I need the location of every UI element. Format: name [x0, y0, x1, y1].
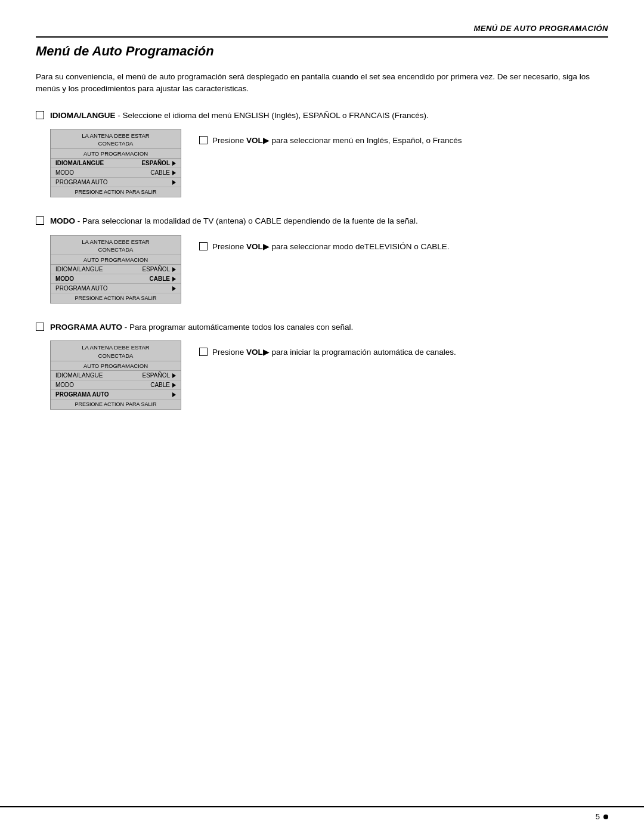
section-programa-label-text: - Para programar automáticamente todos l…: [122, 323, 353, 332]
desc-checkbox-idioma: [199, 136, 208, 144]
row-right-idioma-2: CABLE: [150, 169, 176, 176]
section-programa-content: LA ANTENA DEBE ESTAR CONECTADA AUTO PROG…: [50, 340, 608, 410]
section-idioma: IDIOMA/LANGUE - Seleccione el idioma del…: [36, 110, 608, 198]
row-left-modo-3: PROGRAMA AUTO: [55, 285, 108, 292]
desc-item-idioma: Presione VOL▶ para seleccionar menú en I…: [199, 135, 608, 147]
section-idioma-header: IDIOMA/LANGUE - Seleccione el idioma del…: [36, 110, 608, 122]
row-left-idioma-2: MODO: [55, 169, 74, 176]
checkbox-modo: [36, 216, 44, 225]
row-right-idioma-1: ESPAÑOL: [141, 160, 176, 166]
arrow-programa-2: [172, 383, 176, 388]
menu-row-modo-2: MODO CABLE: [51, 274, 181, 284]
arrow-modo-3: [172, 286, 176, 291]
menu-row-modo-3: PROGRAMA AUTO: [51, 284, 181, 293]
vol-bold-modo: VOL: [246, 242, 263, 251]
menu-subheader-programa: AUTO PROGRAMACION: [51, 361, 181, 371]
menu-programa-line1: LA ANTENA DEBE ESTAR: [54, 343, 177, 351]
footer-page-number: 5: [596, 812, 608, 821]
row-right-programa-3: [171, 392, 176, 397]
menu-box-programa: LA ANTENA DEBE ESTAR CONECTADA AUTO PROG…: [50, 340, 181, 410]
vol-bold-programa: VOL: [246, 348, 263, 357]
menu-header-line2: CONECTADA: [54, 140, 177, 147]
section-programa-label: PROGRAMA AUTO - Para programar automátic…: [50, 321, 608, 333]
footer-dot: [603, 815, 608, 819]
menu-row-idioma-3: PROGRAMA AUTO: [51, 178, 181, 187]
desc-checkbox-modo: [199, 242, 208, 250]
menu-row-idioma-1: IDIOMA/LANGUE ESPAÑOL: [51, 159, 181, 168]
checkbox-programa: [36, 323, 44, 331]
section-idioma-label-text: - Seleccione el idioma del menú ENGLISH …: [116, 111, 429, 120]
vol-bold-idioma: VOL: [246, 136, 263, 145]
desc-text-idioma: Presione VOL▶ para seleccionar menú en I…: [212, 135, 462, 147]
page-title: Menú de Auto Programación: [36, 44, 608, 59]
page-number-text: 5: [596, 812, 600, 821]
row-left-programa-1: IDIOMA/LANGUE: [55, 372, 103, 379]
row-right-modo-2: CABLE: [150, 275, 176, 282]
menu-row-modo-1: IDIOMA/LANGUE ESPAÑOL: [51, 265, 181, 274]
row-left-idioma-1: IDIOMA/LANGUE: [55, 160, 104, 166]
arrow-idioma-3: [172, 180, 176, 185]
row-right-idioma-3: [171, 180, 176, 185]
section-modo-label-prefix: MODO: [50, 216, 75, 225]
menu-modo-line2: CONECTADA: [54, 246, 177, 253]
section-programa-label-prefix: PROGRAMA AUTO: [50, 323, 122, 332]
checkbox-idioma: [36, 111, 44, 119]
description-modo: Presione VOL▶ para seleccionar modo deTE…: [181, 235, 608, 258]
section-idioma-label: IDIOMA/LANGUE - Seleccione el idioma del…: [50, 110, 608, 122]
menu-header-line1: LA ANTENA DEBE ESTAR: [54, 132, 177, 140]
menu-row-programa-2: MODO CABLE: [51, 380, 181, 390]
arrow-idioma-1: [172, 161, 176, 166]
section-modo-content: LA ANTENA DEBE ESTAR CONECTADA AUTO PROG…: [50, 235, 608, 304]
row-right-text-idioma-2: CABLE: [150, 169, 170, 176]
desc-item-programa: Presione VOL▶ para iniciar la programaci…: [199, 346, 608, 358]
row-left-programa-3: PROGRAMA AUTO: [55, 391, 109, 398]
menu-box-idioma: LA ANTENA DEBE ESTAR CONECTADA AUTO PROG…: [50, 129, 181, 198]
row-left-modo-2: MODO: [55, 275, 74, 282]
menu-footer-modo: PRESIONE ACTION PARA SALIR: [51, 293, 181, 303]
section-modo: MODO - Para seleccionar la modalidad de …: [36, 215, 608, 304]
section-programa-header: PROGRAMA AUTO - Para programar automátic…: [36, 321, 608, 333]
section-idioma-label-prefix: IDIOMA/LANGUE: [50, 111, 116, 120]
desc-item-modo: Presione VOL▶ para seleccionar modo deTE…: [199, 241, 608, 253]
desc-text-programa: Presione VOL▶ para iniciar la programaci…: [212, 346, 456, 358]
row-left-modo-1: IDIOMA/LANGUE: [55, 266, 103, 272]
description-idioma: Presione VOL▶ para seleccionar menú en I…: [181, 129, 608, 151]
menu-footer-programa: PRESIONE ACTION PARA SALIR: [51, 400, 181, 409]
menu-modo-line1: LA ANTENA DEBE ESTAR: [54, 238, 177, 246]
row-right-modo-1: ESPAÑOL: [143, 266, 177, 272]
arrow-modo-1: [172, 267, 176, 272]
header-title: MENÚ DE AUTO PROGRAMACIÓN: [36, 24, 608, 38]
arrow-idioma-2: [172, 171, 176, 175]
section-idioma-content: LA ANTENA DEBE ESTAR CONECTADA AUTO PROG…: [50, 129, 608, 198]
row-left-programa-2: MODO: [55, 382, 74, 388]
section-modo-label: MODO - Para seleccionar la modalidad de …: [50, 215, 608, 227]
row-right-text-idioma-1: ESPAÑOL: [141, 160, 170, 166]
menu-subheader-idioma: AUTO PROGRAMACION: [51, 149, 181, 159]
desc-checkbox-programa: [199, 348, 208, 356]
page-container: MENÚ DE AUTO PROGRAMACIÓN Menú de Auto P…: [0, 0, 644, 833]
page-footer: 5: [0, 806, 644, 821]
section-modo-label-text: - Para seleccionar la modalidad de TV (a…: [75, 216, 418, 225]
menu-box-modo-header: LA ANTENA DEBE ESTAR CONECTADA: [51, 236, 181, 256]
menu-row-idioma-2: MODO CABLE: [51, 168, 181, 178]
desc-text-modo: Presione VOL▶ para seleccionar modo deTE…: [212, 241, 449, 253]
row-right-programa-2: CABLE: [150, 382, 176, 388]
menu-box-modo: LA ANTENA DEBE ESTAR CONECTADA AUTO PROG…: [50, 235, 181, 304]
description-programa: Presione VOL▶ para iniciar la programaci…: [181, 340, 608, 363]
menu-programa-line2: CONECTADA: [54, 352, 177, 360]
menu-footer-idioma: PRESIONE ACTION PARA SALIR: [51, 187, 181, 197]
row-left-idioma-3: PROGRAMA AUTO: [55, 179, 108, 185]
row-right-modo-3: [171, 286, 176, 291]
intro-text: Para su conveniencia, el menú de auto pr…: [36, 71, 608, 95]
menu-row-programa-3: PROGRAMA AUTO: [51, 390, 181, 400]
arrow-modo-2: [172, 277, 176, 281]
row-right-programa-1: ESPAÑOL: [143, 372, 177, 379]
menu-subheader-modo: AUTO PROGRAMACION: [51, 255, 181, 265]
row-right-text-programa-2: CABLE: [150, 382, 170, 388]
row-right-text-modo-2: CABLE: [150, 275, 170, 282]
row-right-text-modo-1: ESPAÑOL: [143, 266, 171, 272]
menu-row-programa-1: IDIOMA/LANGUE ESPAÑOL: [51, 371, 181, 380]
arrow-programa-1: [172, 373, 176, 378]
section-programa: PROGRAMA AUTO - Para programar automátic…: [36, 321, 608, 410]
section-modo-header: MODO - Para seleccionar la modalidad de …: [36, 215, 608, 227]
